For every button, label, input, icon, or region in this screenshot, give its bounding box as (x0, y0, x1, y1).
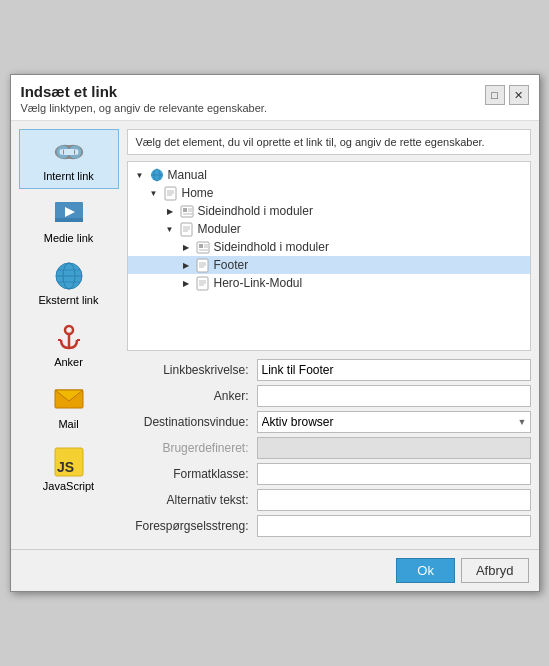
sidebar-label-anker: Anker (54, 356, 83, 368)
close-button[interactable]: ✕ (509, 85, 529, 105)
svg-rect-30 (183, 208, 187, 212)
sidebar-item-medie-link[interactable]: Medie link (19, 191, 119, 251)
input-brugerdefineret (257, 437, 531, 459)
tree-arrow-moduler[interactable] (164, 223, 176, 235)
label-formatklasse: Formatklasse: (127, 467, 257, 481)
tree-arrow-sideindhold2[interactable] (180, 241, 192, 253)
globe-icon (53, 260, 85, 292)
field-row-formatklasse: Formatklasse: (127, 463, 531, 485)
input-alternativ-tekst[interactable] (257, 489, 531, 511)
content-area: Internt link Medie link (11, 121, 539, 549)
tree-item-home[interactable]: Home (128, 184, 530, 202)
field-row-alternativ-tekst: Alternativ tekst: (127, 489, 531, 511)
svg-rect-8 (55, 218, 83, 222)
svg-text:JS: JS (57, 459, 74, 475)
cancel-button[interactable]: Afbryd (461, 558, 529, 583)
svg-rect-5 (64, 149, 74, 155)
svg-rect-34 (181, 223, 192, 236)
sideindhold-icon-2 (195, 239, 211, 255)
title-bar-buttons: □ ✕ (485, 85, 529, 105)
tree-label-hero: Hero-Link-Modul (214, 276, 303, 290)
svg-rect-47 (197, 277, 208, 290)
tree-arrow-footer[interactable] (180, 259, 192, 271)
tree-arrow-sideindhold1[interactable] (164, 205, 176, 217)
right-panel: Vælg det element, du vil oprette et link… (127, 129, 531, 541)
tree-item-moduler[interactable]: Moduler (128, 220, 530, 238)
sidebar-label-eksternt-link: Eksternt link (39, 294, 99, 306)
label-alternativ-tekst: Alternativ tekst: (127, 493, 257, 507)
page-tree-icon-home (163, 185, 179, 201)
dialog-subtitle: Vælg linktypen, og angiv de relevante eg… (21, 102, 267, 114)
tree-arrow-home[interactable] (148, 187, 160, 199)
svg-rect-43 (197, 259, 208, 272)
mail-icon (53, 384, 85, 416)
input-foresporgselstreng[interactable] (257, 515, 531, 537)
title-bar-left: Indsæt et link Vælg linktypen, og angiv … (21, 83, 267, 114)
sidebar-item-internt-link[interactable]: Internt link (19, 129, 119, 189)
select-destinationsvindue[interactable]: Aktiv browser Nyt vindue Top (257, 411, 531, 433)
svg-rect-25 (165, 187, 176, 200)
select-wrapper-destinationsvindue[interactable]: Aktiv browser Nyt vindue Top (257, 411, 531, 433)
label-brugerdefineret: Brugerdefineret: (127, 441, 257, 455)
footer-buttons: Ok Afbryd (11, 549, 539, 591)
tree-item-footer[interactable]: Footer ➜ (128, 256, 530, 274)
tree-item-sideindhold2[interactable]: Sideindhold i moduler (128, 238, 530, 256)
field-row-destinationsvindue: Destinationsvindue: Aktiv browser Nyt vi… (127, 411, 531, 433)
left-panel: Internt link Medie link (19, 129, 119, 541)
sidebar-label-mail: Mail (58, 418, 78, 430)
sideindhold-icon-1 (179, 203, 195, 219)
instruction-text: Vælg det element, du vil oprette et link… (127, 129, 531, 155)
page-tree-icon-moduler (179, 221, 195, 237)
tree-arrow-hero[interactable] (180, 277, 192, 289)
label-foresporgselstreng: Forespørgselsstreng: (127, 519, 257, 533)
tree-arrow-manual[interactable] (134, 169, 146, 181)
svg-rect-39 (199, 244, 203, 248)
media-icon (53, 198, 85, 230)
sidebar-label-medie-link: Medie link (44, 232, 94, 244)
sidebar-item-anker[interactable]: Anker (19, 315, 119, 375)
globe-tree-icon (149, 167, 165, 183)
dialog: Indsæt et link Vælg linktypen, og angiv … (10, 74, 540, 592)
page-tree-icon-footer (195, 257, 211, 273)
field-row-linkbeskrivelse: Linkbeskrivelse: (127, 359, 531, 381)
js-icon: JS (53, 446, 85, 478)
sidebar-item-mail[interactable]: Mail (19, 377, 119, 437)
sidebar-item-javascript[interactable]: JS JavaScript (19, 439, 119, 499)
tree-label-home: Home (182, 186, 214, 200)
field-row-brugerdefineret: Brugerdefineret: (127, 437, 531, 459)
tree-label-manual: Manual (168, 168, 207, 182)
input-linkbeskrivelse[interactable] (257, 359, 531, 381)
sidebar-item-eksternt-link[interactable]: Eksternt link (19, 253, 119, 313)
tree-item-sideindhold1[interactable]: Sideindhold i moduler (128, 202, 530, 220)
tree-item-hero-link-modul[interactable]: Hero-Link-Modul (128, 274, 530, 292)
fields-area: Linkbeskrivelse: Anker: Destinationsvind… (127, 359, 531, 541)
tree-item-manual[interactable]: Manual (128, 166, 530, 184)
minimize-button[interactable]: □ (485, 85, 505, 105)
chain-icon (53, 136, 85, 168)
page-tree-icon-hero (195, 275, 211, 291)
field-row-anker: Anker: (127, 385, 531, 407)
tree-label-moduler: Moduler (198, 222, 241, 236)
label-linkbeskrivelse: Linkbeskrivelse: (127, 363, 257, 377)
input-anker[interactable] (257, 385, 531, 407)
input-formatklasse[interactable] (257, 463, 531, 485)
ok-button[interactable]: Ok (396, 558, 455, 583)
tree-label-footer: Footer (214, 258, 249, 272)
sidebar-label-javascript: JavaScript (43, 480, 94, 492)
dialog-title: Indsæt et link (21, 83, 267, 100)
label-anker: Anker: (127, 389, 257, 403)
tree-label-sideindhold2: Sideindhold i moduler (214, 240, 329, 254)
tree-area[interactable]: Manual Home (127, 161, 531, 351)
svg-point-14 (65, 326, 73, 334)
sidebar-label-internt-link: Internt link (43, 170, 94, 182)
field-row-foresporgselstreng: Forespørgselsstreng: (127, 515, 531, 537)
title-bar: Indsæt et link Vælg linktypen, og angiv … (11, 75, 539, 121)
tree-label-sideindhold1: Sideindhold i moduler (198, 204, 313, 218)
anchor-icon (53, 322, 85, 354)
label-destinationsvindue: Destinationsvindue: (127, 415, 257, 429)
